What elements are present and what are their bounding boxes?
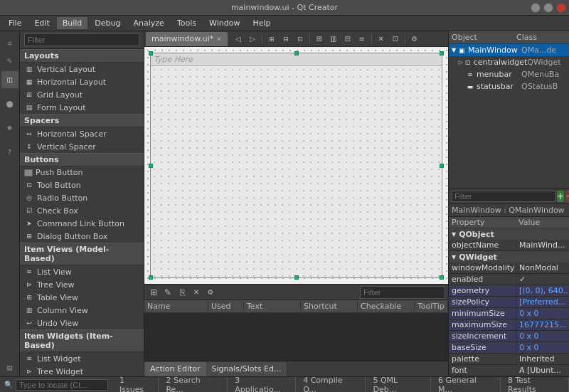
projects-mode-icon[interactable]: ❖ [1, 120, 18, 137]
prop-sizePolicy[interactable]: sizePolicy [Preferred... [449, 297, 569, 308]
menu-analyze[interactable]: Analyze [128, 17, 170, 29]
prop-maximumSize[interactable]: maximumSize 16777215... [449, 319, 569, 331]
widget-check-box[interactable]: ☑ Check Box [20, 204, 144, 217]
debug-mode-icon[interactable]: ⬤ [1, 95, 18, 112]
action-editor-tab[interactable]: Action Editor [144, 362, 206, 376]
handle-ml[interactable] [149, 164, 153, 168]
zoom-out-btn[interactable]: ⊟ [280, 33, 292, 46]
qobject-group[interactable]: ▼ QObject [449, 228, 569, 240]
settings-btn[interactable]: ⚙ [408, 33, 421, 46]
menu-file[interactable]: File [3, 17, 27, 29]
status-general[interactable]: 6 General M... [431, 377, 501, 392]
edit-action-btn[interactable]: ✎ [161, 286, 174, 299]
handle-tl[interactable] [149, 51, 153, 55]
design-mode-icon[interactable]: ◫ [1, 71, 18, 88]
expand-icon-mainwindow[interactable]: ▼ [450, 47, 457, 53]
break-layout-btn[interactable]: ✕ [375, 33, 388, 46]
menu-build[interactable]: Build [57, 17, 88, 29]
widget-form-layout[interactable]: ▤ Form Layout [20, 101, 144, 114]
action-settings-btn[interactable]: ⚙ [204, 286, 217, 299]
widget-list-widget[interactable]: ≡ List Widget [20, 352, 144, 365]
prop-palette[interactable]: palette Inherited [449, 354, 569, 365]
output-icon[interactable]: ▤ [1, 359, 18, 376]
prop-windowModality[interactable]: windowModality NonModal [449, 263, 569, 274]
prop-objectName[interactable]: objectName MainWind... [449, 240, 569, 251]
close-button[interactable] [556, 3, 566, 13]
widget-filter-input[interactable] [24, 33, 139, 46]
window-icon: ▣ [457, 46, 466, 55]
widget-push-button[interactable]: Push Button [20, 166, 144, 179]
widget-grid-layout[interactable]: ⊞ Grid Layout [20, 88, 144, 101]
handle-br[interactable] [440, 275, 444, 280]
signals-slots-tab[interactable]: Signals/Slots Ed... [206, 362, 287, 376]
copy-action-btn[interactable]: ⎘ [176, 286, 188, 299]
handle-bl[interactable] [149, 275, 153, 280]
menu-edit[interactable]: Edit [28, 17, 55, 29]
prop-geometry[interactable]: geometry [(0, 0), 640... [449, 285, 569, 297]
widget-horizontal-spacer[interactable]: ↔ Horizontal Spacer [20, 127, 144, 140]
tree-row-menubar[interactable]: ≡ menubar QMenuBa [449, 68, 569, 80]
status-application[interactable]: 3 Applicatio... [228, 377, 296, 392]
locate-input[interactable] [16, 379, 108, 391]
menu-window[interactable]: Window [203, 17, 245, 29]
layout-v-btn[interactable]: ▥ [327, 33, 340, 46]
fit-btn[interactable]: ⊡ [294, 33, 307, 46]
actions-filter-input[interactable] [360, 286, 445, 299]
widget-radio-button[interactable]: ◎ Radio Button [20, 191, 144, 204]
add-action-btn[interactable]: ⊞ [147, 286, 160, 299]
handle-bc[interactable] [294, 275, 299, 280]
props-minus-button[interactable]: − [565, 190, 569, 203]
editor-tab-mainwindow[interactable]: mainwindow.ui* ✕ [146, 32, 228, 46]
prop-minimumSize[interactable]: minimumSize 0 x 0 [449, 308, 569, 319]
prop-baseSize[interactable]: baseSize 0 x 0 [449, 342, 569, 354]
handle-mr[interactable] [440, 164, 444, 168]
widget-undo-view[interactable]: ↩ Undo View [20, 317, 144, 329]
status-search[interactable]: 2 Search Re... [159, 377, 228, 392]
horizontal-spacer-icon: ↔ [24, 129, 34, 139]
handle-tc[interactable] [294, 51, 299, 55]
widget-list-view[interactable]: ≡ List View [20, 265, 144, 278]
prop-sizeIncrement[interactable]: sizeIncrement 0 x 0 [449, 331, 569, 342]
layout-h-btn[interactable]: ⊞ [313, 33, 326, 46]
maximize-button[interactable] [543, 3, 553, 13]
widget-dialog-button-box[interactable]: ⊞ Dialog Button Box [20, 230, 144, 243]
handle-tr[interactable] [440, 51, 444, 55]
edit-mode-icon[interactable]: ✎ [1, 53, 18, 70]
status-test[interactable]: 8 Test Results [501, 377, 569, 392]
widget-command-link[interactable]: ➤ Command Link Button [20, 217, 144, 230]
widget-column-view[interactable]: ▥ Column View [20, 304, 144, 317]
menu-help[interactable]: Help [247, 17, 276, 29]
qwidget-group[interactable]: ▼ QWidget [449, 251, 569, 263]
tree-view-icon: ⊳ [24, 280, 34, 290]
close-tab-icon[interactable]: ✕ [216, 36, 222, 43]
widget-horizontal-layout[interactable]: ▦ Horizontal Layout [20, 75, 144, 88]
widget-tool-button[interactable]: ⊡ Tool Button [20, 179, 144, 191]
widget-table-view[interactable]: ⊞ Table View [20, 291, 144, 304]
expand-icon-centralwidget[interactable]: ▷ [457, 59, 464, 65]
status-compile[interactable]: 4 Compile O... [296, 377, 366, 392]
welcome-icon[interactable]: ⌂ [1, 34, 18, 51]
menu-tools[interactable]: Tools [171, 17, 202, 29]
forward-btn[interactable]: ▷ [246, 33, 259, 46]
widget-vertical-layout[interactable]: ▥ Vertical Layout [20, 63, 144, 75]
menu-debug[interactable]: Debug [89, 17, 126, 29]
tree-row-statusbar[interactable]: ▬ statusbar QStatusB [449, 80, 569, 92]
layout-form-btn[interactable]: ≡ [356, 33, 368, 46]
widget-tree-view[interactable]: ⊳ Tree View [20, 278, 144, 291]
back-btn[interactable]: ◁ [232, 33, 245, 46]
status-issues[interactable]: 1 Issues [112, 377, 159, 392]
design-canvas[interactable]: Type Here [144, 47, 448, 284]
adjust-size-btn[interactable]: ⊡ [389, 33, 402, 46]
status-qml[interactable]: 5 QML Deb... [366, 377, 431, 392]
delete-action-btn[interactable]: ✕ [190, 286, 203, 299]
help-mode-icon[interactable]: ? [1, 144, 18, 161]
minimize-button[interactable] [531, 3, 541, 13]
props-add-button[interactable]: + [557, 191, 564, 202]
props-filter-input[interactable] [452, 191, 555, 202]
prop-enabled[interactable]: enabled ✓ [449, 274, 569, 285]
tree-row-mainwindow[interactable]: ▼ ▣ MainWindow QMa...de [449, 44, 569, 56]
zoom-in-btn[interactable]: ⊞ [265, 33, 278, 46]
widget-vertical-spacer[interactable]: ↕ Vertical Spacer [20, 140, 144, 153]
tree-row-centralwidget[interactable]: ▷ ⊡ centralwidget QWidget [449, 56, 569, 68]
layout-grid-btn[interactable]: ⊟ [341, 33, 354, 46]
